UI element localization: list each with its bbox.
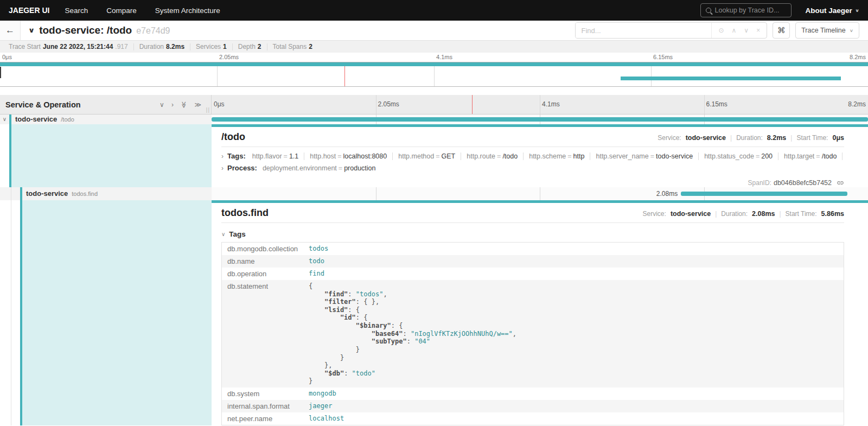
minimap-range-handle[interactable] <box>0 67 1 78</box>
tick-label: 6.15ms <box>653 54 673 60</box>
trace-view-select[interactable]: Trace Timeline ∨ <box>795 22 859 39</box>
match-highlight-icon[interactable]: ⊙ <box>718 27 724 34</box>
kv-key: db.system <box>222 387 304 400</box>
tag-summary-item: http.flavor = 1.1 <box>251 152 304 160</box>
nav-item-compare[interactable]: Compare <box>106 7 137 15</box>
minimap-span-bar-todos-find <box>621 77 841 80</box>
minimap-tick-labels: 0μs 2.05ms 4.1ms 6.15ms 8.2ms <box>0 53 868 62</box>
tick-label: 0μs <box>214 100 225 108</box>
span-name-cell-todos-find[interactable]: todo-service todos.find <box>0 187 212 200</box>
kv-row: db.systemmongodb <box>222 387 844 400</box>
kv-key: db.mongodb.collection <box>222 242 304 255</box>
span-service-name: todo-service <box>15 115 57 123</box>
kv-row: internal.span.formatjaeger <box>222 400 844 412</box>
chevron-right-icon: › <box>221 152 224 160</box>
span-track-todos-find[interactable]: 2.08ms <box>212 187 868 200</box>
app-brand[interactable]: JAEGER UI <box>9 6 49 15</box>
keyboard-shortcuts-button[interactable]: ⌘ <box>773 22 790 39</box>
trace-collapse-chevron-icon[interactable]: ∨ <box>28 26 35 34</box>
gridline <box>376 187 376 200</box>
span-duration-bar-todo[interactable] <box>212 117 868 122</box>
tag-summary-item: http.route = /todo <box>461 152 523 160</box>
span-row-todo: ∨ todo-service /todo <box>0 115 868 124</box>
trace-duration: Duration8.2ms <box>134 43 190 50</box>
expand-one-icon[interactable]: › <box>171 101 174 109</box>
indent-guide <box>11 200 11 425</box>
span-detail-row-todo: /todo Service:todo-service | Duration:8.… <box>0 124 868 187</box>
expand-all-icon[interactable]: ≫ <box>194 101 201 109</box>
deep-link-icon[interactable] <box>837 179 844 187</box>
tag-summary-item: http.method = GET <box>392 152 461 160</box>
trace-lookup-input[interactable]: Lookup by Trace ID... <box>700 3 792 17</box>
search-icon <box>706 8 711 13</box>
span-detail-indent-todo <box>0 124 212 187</box>
kv-value: todo <box>303 255 844 268</box>
kv-row: db.operationfind <box>222 268 844 280</box>
minimap-span-bar-todo <box>0 62 868 66</box>
prev-match-icon[interactable]: ∧ <box>732 27 737 34</box>
trace-depth: Depth2 <box>233 43 267 50</box>
tag-summary-item: http.host = localhost:8080 <box>304 152 392 160</box>
tick-label: 2.05ms <box>219 54 239 60</box>
tag-summary-item: http.target = /todo <box>778 152 842 160</box>
trace-total-spans: Total Spans2 <box>267 43 318 50</box>
span-detail-row-todos-find: todos.find Service:todo-service | Durati… <box>0 200 868 425</box>
collapse-all-icon[interactable]: ≫ <box>180 101 188 108</box>
span-duration-label: 2.08ms <box>656 190 681 198</box>
tags-section-toggle[interactable]: ∨ Tags <box>221 230 844 238</box>
clear-find-icon[interactable]: × <box>756 27 760 34</box>
kv-value: { "find": "todos", "filter": { }, "lsid"… <box>303 280 844 387</box>
tags-accordion-todo[interactable]: › Tags: http.flavor = 1.1http.host = loc… <box>221 150 844 162</box>
gridline <box>540 95 540 114</box>
span-id-line: SpanID: db046b8efc5b7452 <box>221 179 844 187</box>
tick-label: 8.2ms <box>848 100 866 108</box>
top-nav: JAEGER UI Search Compare System Architec… <box>0 0 868 21</box>
about-jaeger-menu[interactable]: About Jaeger ∨ <box>806 7 859 15</box>
span-track-todo[interactable] <box>212 115 868 124</box>
service-operation-label: Service & Operation <box>5 100 159 109</box>
process-summary: deployment.environment = production <box>263 164 381 172</box>
find-input[interactable] <box>576 23 711 38</box>
tags-summary: http.flavor = 1.1http.host = localhost:8… <box>251 152 844 160</box>
next-match-icon[interactable]: ∨ <box>744 27 749 34</box>
service-operation-header: Service & Operation ∨ › ≫ ≫ || <box>0 95 212 114</box>
collapse-one-icon[interactable]: ∨ <box>159 101 164 109</box>
find-controls: ⊙ ∧ ∨ × <box>711 23 767 38</box>
kv-value: localhost <box>303 412 844 425</box>
kv-row: db.mongodb.collectiontodos <box>222 242 844 255</box>
timeline-header-row: Service & Operation ∨ › ≫ ≫ || 0μs 2.05m… <box>0 95 868 115</box>
process-accordion-todo[interactable]: › Process: deployment.environment = prod… <box>221 162 844 174</box>
kv-key: db.name <box>222 255 304 268</box>
span-duration-bar-todos-find[interactable] <box>681 192 847 196</box>
chevron-down-icon: ∨ <box>221 231 225 237</box>
span-name-cell-todo[interactable]: ∨ todo-service /todo <box>0 115 212 124</box>
nav-item-system-architecture[interactable]: System Architecture <box>155 7 220 15</box>
span-detail-meta: Service:todo-service | Duration:2.08ms |… <box>643 210 844 218</box>
tick-label: 0μs <box>2 54 12 60</box>
kv-value: jaeger <box>303 400 844 412</box>
gridline <box>376 95 376 114</box>
tick-label: 6.15ms <box>706 100 727 108</box>
chevron-down-icon: ∨ <box>850 28 853 33</box>
kv-value: find <box>303 268 844 280</box>
kv-key: internal.span.format <box>222 400 304 412</box>
trace-summary-bar: Trace StartJune 22 2022, 15:21:44.917 Du… <box>0 41 868 53</box>
back-button[interactable]: ← <box>0 21 21 40</box>
span-detail-title: /todo <box>221 131 658 143</box>
kv-value: todos <box>303 242 844 255</box>
kv-row: db.statement{ "find": "todos", "filter":… <box>222 280 844 387</box>
span-detail-indent-todos-find <box>0 200 212 425</box>
column-resize-handle[interactable]: || <box>206 107 210 113</box>
nav-item-search[interactable]: Search <box>65 7 88 15</box>
span-collapse-chevron-icon[interactable]: ∨ <box>0 115 9 124</box>
tick-label: 4.1ms <box>436 54 452 60</box>
indent-guide <box>11 187 11 200</box>
tag-summary-item: http.server_name = todo-service <box>590 152 698 160</box>
timeline-minimap[interactable] <box>0 62 868 87</box>
span-detail-panel-todo: /todo Service:todo-service | Duration:8.… <box>212 124 868 187</box>
tick-label: 4.1ms <box>542 100 560 108</box>
span-id-value: db046b8efc5b7452 <box>774 179 832 187</box>
span-detail-panel-todos-find: todos.find Service:todo-service | Durati… <box>212 200 868 425</box>
span-detail-title: todos.find <box>221 207 643 219</box>
kv-key: db.statement <box>222 280 304 387</box>
